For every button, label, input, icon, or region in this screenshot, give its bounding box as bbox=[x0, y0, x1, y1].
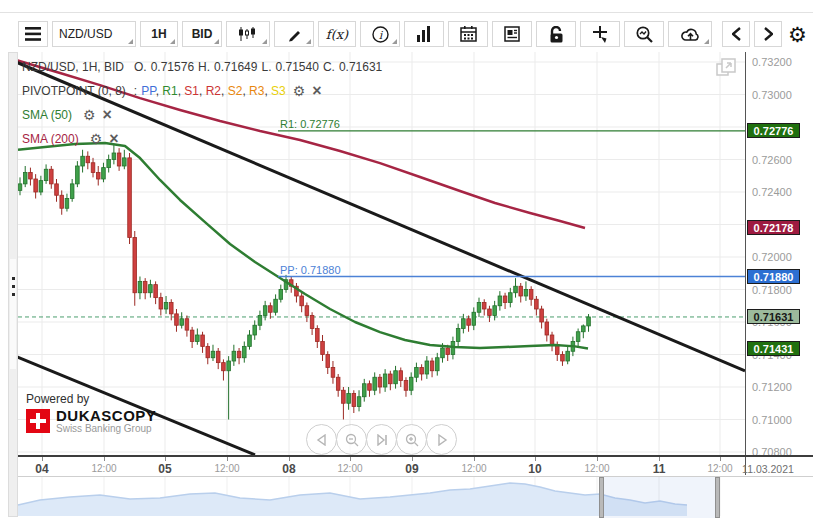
time-tick-label: 12:00 bbox=[461, 463, 486, 474]
time-tick-label: 09 bbox=[405, 462, 418, 476]
pan-right-button[interactable] bbox=[426, 424, 457, 455]
axis-date-label: 11.03.2021 bbox=[742, 463, 794, 475]
settings-gear-icon[interactable]: ⚙ bbox=[786, 21, 809, 47]
pivot-separator: : bbox=[134, 84, 137, 98]
pivot-level-R1: R1 bbox=[162, 84, 177, 98]
instrument-legend-row: NZD/USD, 1H, BID O.0.71576 H.0.71649 L.0… bbox=[22, 55, 386, 79]
time-tick bbox=[104, 457, 105, 461]
chart-overview-zoom-icon[interactable] bbox=[624, 21, 664, 47]
pivotpoint-legend-row: PIVOTPOINT (0, 8) : PP, R1, S1, R2, S2, … bbox=[22, 79, 386, 103]
chart-type-candles-icon[interactable] bbox=[226, 21, 270, 47]
menu-icon[interactable] bbox=[18, 21, 48, 47]
splitter-grip-icon bbox=[12, 277, 15, 280]
time-tick-label: 12:00 bbox=[707, 463, 732, 474]
minimap-right-handle[interactable] bbox=[715, 477, 720, 518]
minimap-navigator[interactable] bbox=[18, 476, 813, 517]
chart-legend: NZD/USD, 1H, BID O.0.71576 H.0.71649 L.0… bbox=[22, 55, 386, 151]
time-tick-label: 12:00 bbox=[214, 463, 239, 474]
close-value: 0.71631 bbox=[339, 60, 382, 74]
price-tick-label: 0.73000 bbox=[752, 89, 792, 101]
jump-to-latest-button[interactable] bbox=[366, 424, 397, 455]
time-tick bbox=[350, 457, 351, 461]
main-toolbar: NZD/USD 1H BID f(x) i ⚙ bbox=[18, 21, 809, 47]
splitter-grip-icon bbox=[12, 285, 15, 288]
sma50-legend-row: SMA (50) ⚙ × bbox=[22, 103, 386, 127]
time-tick bbox=[659, 457, 660, 461]
price-tick-label: 0.71800 bbox=[752, 284, 792, 296]
volume-bars-icon[interactable] bbox=[404, 21, 444, 47]
prev-chevron-icon[interactable] bbox=[722, 21, 750, 47]
pivot-level-S3: S3 bbox=[271, 84, 286, 98]
sma50-label: SMA (50) bbox=[22, 108, 72, 122]
branding: Powered by DUKASCOPY Swiss Banking Group bbox=[26, 392, 156, 434]
news-icon[interactable] bbox=[492, 21, 532, 47]
price-tick-label: 0.73200 bbox=[752, 56, 792, 68]
symbol-select[interactable]: NZD/USD bbox=[52, 21, 136, 47]
price-badge-sma-50-value: 0.71431 bbox=[747, 341, 800, 356]
splitter-thumb[interactable] bbox=[10, 259, 16, 369]
zoom-in-button[interactable] bbox=[396, 424, 427, 455]
pivot-level-R3: R3 bbox=[249, 84, 264, 98]
close-label: C. bbox=[323, 60, 335, 74]
brand-tagline: Swiss Banking Group bbox=[56, 423, 156, 434]
high-value: 0.71649 bbox=[214, 60, 257, 74]
pivot-level-PP: PP bbox=[141, 84, 155, 98]
sma200-settings-gear-icon[interactable]: ⚙ bbox=[90, 132, 103, 146]
splitter-grip-icon bbox=[12, 293, 15, 296]
sma50-remove-icon[interactable]: × bbox=[103, 107, 112, 123]
price-badge-sma-200-value: 0.72178 bbox=[747, 220, 800, 235]
info-icon[interactable]: i bbox=[360, 21, 400, 47]
zoom-out-button[interactable] bbox=[336, 424, 367, 455]
price-badge-pivot-PP: 0.71880 bbox=[747, 269, 800, 284]
powered-by-label: Powered by bbox=[26, 392, 156, 406]
price-side-select[interactable]: BID bbox=[182, 21, 222, 47]
price-badge-pivot-R1: 0.72776 bbox=[747, 123, 800, 138]
pivotpoint-label: PIVOTPOINT (0, 8) bbox=[22, 84, 126, 98]
pivot-remove-icon[interactable]: × bbox=[312, 83, 321, 99]
price-tick-label: 0.71200 bbox=[752, 381, 792, 393]
time-tick bbox=[42, 457, 43, 461]
draw-pencil-icon[interactable] bbox=[274, 21, 314, 47]
lock-icon[interactable] bbox=[536, 21, 576, 47]
symbol-label: NZD/USD bbox=[59, 27, 112, 41]
time-tick-label: 08 bbox=[282, 462, 295, 476]
detach-chart-icon[interactable] bbox=[714, 56, 738, 84]
time-tick bbox=[165, 457, 166, 461]
left-splitter[interactable] bbox=[8, 52, 18, 517]
pivot-settings-gear-icon[interactable]: ⚙ bbox=[293, 84, 306, 98]
pivot-line-label: PP: 0.71880 bbox=[280, 264, 341, 276]
time-tick bbox=[535, 457, 536, 461]
sma50-settings-gear-icon[interactable]: ⚙ bbox=[83, 108, 96, 122]
time-tick bbox=[289, 457, 290, 461]
time-axis[interactable]: 0412:000512:000812:000912:001012:001112:… bbox=[18, 455, 813, 476]
time-tick-label: 10 bbox=[528, 462, 541, 476]
pan-left-button[interactable] bbox=[306, 424, 337, 455]
price-tick-label: 0.72600 bbox=[752, 154, 792, 166]
pivot-level-R2: R2 bbox=[206, 84, 221, 98]
crosshair-icon[interactable] bbox=[580, 21, 620, 47]
price-axis[interactable]: 0.732000.730000.728000.726000.724000.722… bbox=[745, 52, 813, 475]
timeframe-select[interactable]: 1H bbox=[140, 21, 178, 47]
calendar-icon[interactable] bbox=[448, 21, 488, 47]
time-tick-label: 04 bbox=[35, 462, 48, 476]
time-tick-label: 12:00 bbox=[91, 463, 116, 474]
low-value: 0.71540 bbox=[275, 60, 318, 74]
price-tick-label: 0.72400 bbox=[752, 186, 792, 198]
fx-indicator-icon[interactable]: f(x) bbox=[318, 21, 356, 47]
instrument-label: NZD/USD, 1H, BID bbox=[22, 60, 124, 74]
next-chevron-icon[interactable] bbox=[754, 21, 782, 47]
sma200-remove-icon[interactable]: × bbox=[109, 131, 118, 147]
minimap-left-handle[interactable] bbox=[599, 477, 604, 518]
sma200-label: SMA (200) bbox=[22, 132, 79, 146]
chart-nav-controls bbox=[306, 424, 456, 455]
price-tick-label: 0.71000 bbox=[752, 414, 792, 426]
price-badge-last-price: 0.71631 bbox=[747, 309, 800, 324]
fx-label: f(x) bbox=[326, 27, 348, 42]
dukascopy-swiss-cross-logo bbox=[26, 409, 50, 433]
time-tick-label: 12:00 bbox=[337, 463, 362, 474]
svg-text:i: i bbox=[378, 28, 383, 41]
minimap-window[interactable] bbox=[601, 477, 717, 518]
open-label: O. bbox=[134, 60, 147, 74]
cloud-save-icon[interactable] bbox=[668, 21, 712, 47]
pivot-level-S2: S2 bbox=[228, 84, 243, 98]
